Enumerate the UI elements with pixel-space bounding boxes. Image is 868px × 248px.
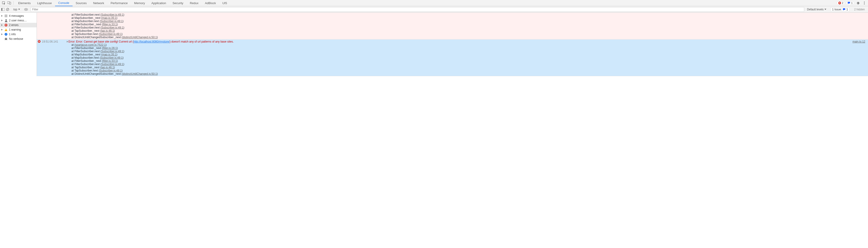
source-link[interactable]: filter.js:33:1 <box>103 59 117 63</box>
url-link[interactable]: http://localhost:8080/mystore/ <box>134 40 170 43</box>
stack-frame: at FilterSubscriber.next (Subscriber.js:… <box>67 50 867 53</box>
messages-icon <box>4 14 8 17</box>
svg-point-4 <box>864 3 865 3</box>
sidebar-item-label: No verbose <box>9 37 23 40</box>
tab-security[interactable]: Security <box>169 0 187 6</box>
expand-arrow-icon <box>1 15 3 17</box>
tab-lighthouse[interactable]: Lighthouse <box>34 0 55 6</box>
tab-network[interactable]: Network <box>90 0 107 6</box>
clear-console-icon[interactable] <box>6 8 9 11</box>
device-toggle-icon[interactable] <box>6 0 12 6</box>
sidebar-item-bug[interactable]: No verbose <box>0 37 37 41</box>
more-icon[interactable] <box>862 0 867 6</box>
source-link[interactable]: tap.js:46:1 <box>101 29 114 32</box>
sidebar-item-info[interactable]: i1 info <box>0 32 37 37</box>
stack-frame: at MapSubscriber.next (Subscriber.js:49:… <box>67 56 867 59</box>
sidebar-item-label: 2 errors <box>9 24 19 27</box>
svg-point-11 <box>26 9 27 10</box>
tab-memory[interactable]: Memory <box>131 0 148 6</box>
warning-icon <box>4 28 8 31</box>
tab-performance[interactable]: Performance <box>107 0 131 6</box>
settings-icon[interactable] <box>855 0 861 6</box>
stack-frame: at FilterSubscriber._next (filter.js:26:… <box>67 46 867 50</box>
tab-application[interactable]: Application <box>148 0 169 6</box>
sidebar-item-error[interactable]: ✕2 errors <box>0 23 37 27</box>
expand-arrow-icon[interactable] <box>67 41 68 42</box>
source-link[interactable]: filter.js:26:1 <box>103 46 117 50</box>
source-link[interactable]: distinctUntilChanged.js:50:1 <box>123 36 157 39</box>
devtools-tab-bar: ElementsLighthouseConsoleSourcesNetworkP… <box>0 0 868 6</box>
console-toolbar: top Default levels 1 Issue: 1 2 hidden <box>0 6 868 13</box>
stack-frame: at TapSubscriber.next (Subscriber.js:49:… <box>67 32 867 36</box>
filter-input[interactable] <box>31 7 804 12</box>
stack-frame: at MapSubscriber.next (Subscriber.js:49:… <box>67 20 867 23</box>
source-link[interactable]: distinctUntilChanged.js:50:1 <box>123 72 157 75</box>
source-link[interactable]: map.js:35:1 <box>102 53 116 56</box>
source-link[interactable]: filter.js:33:1 <box>103 23 117 26</box>
inspect-icon[interactable] <box>1 0 6 6</box>
error-count-pill[interactable]: ✕2 <box>837 1 845 5</box>
svg-rect-2 <box>9 2 11 4</box>
stack-frame: at TapSubscriber.next (Subscriber.js:49:… <box>67 69 867 72</box>
stack-frame: at MapSubscriber._next (map.js:35:1) <box>67 16 867 20</box>
sidebar-item-messages[interactable]: 4 messages <box>0 13 37 18</box>
hidden-count[interactable]: 2 hidden <box>852 8 867 11</box>
log-levels-selector[interactable]: Default levels <box>806 8 828 11</box>
message-count-pill[interactable]: 1 <box>846 1 854 5</box>
log-entry[interactable]: at FilterSubscriber.next (Subscriber.js:… <box>37 13 868 40</box>
svg-line-22 <box>7 40 7 40</box>
issues-button[interactable]: 1 Issue: 1 <box>831 7 849 11</box>
svg-point-23 <box>5 37 6 38</box>
sidebar-item-label: 2 user mess… <box>9 19 27 22</box>
tab-adblock[interactable]: AdBlock <box>202 0 219 6</box>
svg-point-15 <box>5 19 7 21</box>
sidebar-item-label: 4 messages <box>9 14 24 17</box>
timestamp: 19:51:06.141 <box>42 40 58 43</box>
live-expression-icon[interactable] <box>24 8 28 11</box>
source-link[interactable]: Subscriber.js:49:1 <box>101 63 123 66</box>
error-message: Error: Error: Cannot get base site confi… <box>68 40 234 43</box>
sidebar-item-user[interactable]: 2 user mess… <box>0 18 37 23</box>
source-link[interactable]: spartacus-core.js:7522:1 <box>75 43 105 46</box>
context-selector[interactable]: top <box>12 8 22 11</box>
stack-frame: at DistinctUntilChangedSubscriber._next … <box>67 72 867 75</box>
stack-frame: at FilterSubscriber.next (Subscriber.js:… <box>67 63 867 66</box>
source-link[interactable]: Subscriber.js:49:1 <box>101 56 123 59</box>
stack-frame: at MapSubscriber._next (map.js:35:1) <box>67 53 867 56</box>
source-link[interactable]: Subscriber.js:49:1 <box>101 20 123 23</box>
error-icon: ✕ <box>4 24 8 27</box>
bug-icon <box>4 37 8 40</box>
user-icon <box>4 19 8 22</box>
svg-point-3 <box>864 2 865 2</box>
stack-frame: at TapSubscriber._next (tap.js:46:1) <box>67 29 867 32</box>
source-link[interactable]: tap.js:46:1 <box>101 66 114 69</box>
source-link[interactable]: Subscriber.js:49:1 <box>100 69 122 72</box>
expand-arrow-icon <box>1 20 3 22</box>
tab-console[interactable]: Console <box>55 0 72 6</box>
expand-arrow-icon <box>1 24 3 26</box>
tab-sources[interactable]: Sources <box>72 0 90 6</box>
console-log-area: at FilterSubscriber.next (Subscriber.js:… <box>37 13 868 76</box>
sidebar-item-label: 1 info <box>9 33 16 36</box>
source-link[interactable]: map.js:35:1 <box>102 16 116 20</box>
tab-redux[interactable]: Redux <box>187 0 202 6</box>
info-icon: i <box>4 33 8 36</box>
tab-elements[interactable]: Elements <box>15 0 34 6</box>
source-link[interactable]: Subscriber.js:49:1 <box>100 32 122 36</box>
log-entry[interactable]: ✕19:51:06.141main.ts:12Error: Error: Can… <box>37 40 868 76</box>
stack-frame: at DistinctUntilChangedSubscriber._next … <box>67 36 867 39</box>
stack-frame: at TapSubscriber._next (tap.js:46:1) <box>67 66 867 69</box>
stack-frame: at FilterSubscriber.next (Subscriber.js:… <box>67 26 867 29</box>
tab-ui5[interactable]: UI5 <box>219 0 230 6</box>
source-link[interactable]: Subscriber.js:49:1 <box>101 50 123 53</box>
sidebar-toggle-icon[interactable] <box>1 8 5 11</box>
source-link[interactable]: Subscriber.js:49:1 <box>101 13 123 16</box>
source-link[interactable]: Subscriber.js:49:1 <box>101 26 123 29</box>
stack-frame: at FilterSubscriber.next (Subscriber.js:… <box>67 13 867 16</box>
console-sidebar: 4 messages2 user mess…✕2 errors1 warning… <box>0 13 37 76</box>
source-link[interactable]: main.ts:12 <box>852 40 867 43</box>
svg-line-18 <box>7 38 7 39</box>
sidebar-item-label: 1 warning <box>9 28 21 31</box>
svg-point-5 <box>864 4 865 5</box>
sidebar-item-warn[interactable]: 1 warning <box>0 27 37 32</box>
